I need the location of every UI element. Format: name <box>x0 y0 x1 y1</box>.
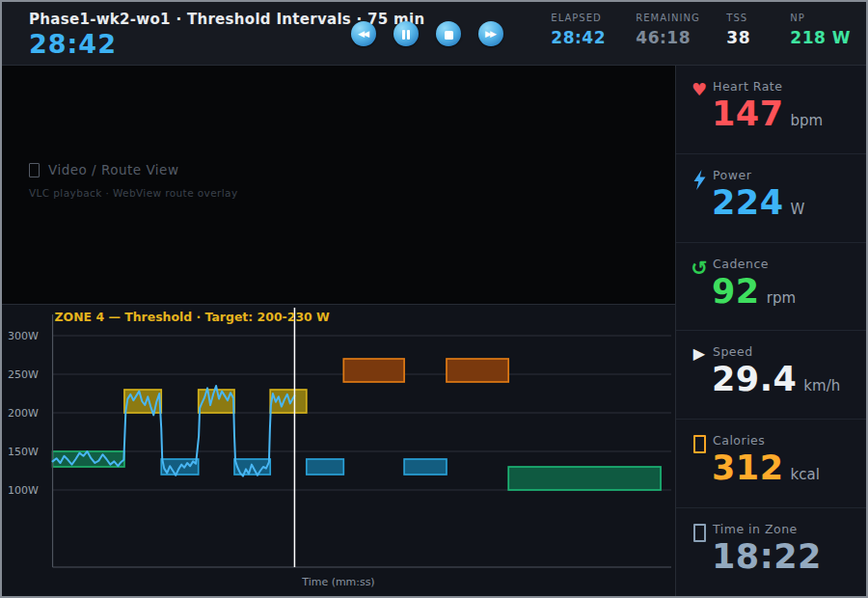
calories-icon <box>689 435 710 453</box>
chart-title: ZONE 4 — Threshold · Target: 200-230 W <box>55 310 331 324</box>
metric-value: 92 <box>712 272 760 311</box>
video-icon <box>29 163 40 177</box>
metric-unit: km/h <box>803 377 840 394</box>
metric-tile-calories: Calories312kcal <box>676 420 866 508</box>
stat-elapsed: ELAPSED28:42 <box>551 13 612 47</box>
stat-label: REMAINING <box>636 13 703 23</box>
metric-label: Calories <box>713 433 765 448</box>
main-area: Video / Route View VLC playback · WebVie… <box>2 66 866 596</box>
cadence-icon: ↺ <box>689 258 710 279</box>
trainer-app-window: Phase1-wk2-wo1 · Threshold Intervals · 7… <box>0 0 868 598</box>
x-axis-label: Time (mm:ss) <box>301 576 374 588</box>
ytick-label: 200W <box>8 407 39 420</box>
metric-tile-speed: ▶Speed29.4km/h <box>676 331 866 420</box>
topbar-stats: ELAPSED28:42REMAINING46:18TSS38NP218 W <box>551 13 851 47</box>
metric-label: Heart Rate <box>713 79 782 94</box>
top-bar: Phase1-wk2-wo1 · Threshold Intervals · 7… <box>2 2 866 66</box>
metric-unit: kcal <box>791 466 820 483</box>
rewind-button[interactable]: ◀◀ <box>351 21 376 46</box>
video-placeholder-subtitle: VLC playback · WebView route overlay <box>29 187 238 199</box>
stat-value: 28:42 <box>551 28 612 47</box>
time-in-zone-icon <box>689 524 710 542</box>
stat-label: NP <box>790 13 851 23</box>
elapsed-time-large: 28:42 <box>29 29 117 59</box>
metric-unit: rpm <box>767 289 796 307</box>
zone-segment-recovery-4 <box>404 459 447 475</box>
metric-value: 29.4 <box>712 360 797 398</box>
metric-tile-heart-rate: ♥Heart Rate147bpm <box>676 66 866 154</box>
stat-label: TSS <box>726 13 767 23</box>
workout-chart-panel: 300W250W200W150W100WZONE 4 — Threshold ·… <box>2 305 675 596</box>
stat-value: 46:18 <box>636 28 703 47</box>
heart-icon: ♥ <box>689 81 710 98</box>
metric-tile-time-in-zone: Time in Zone18:22 <box>676 508 866 596</box>
metric-value: 224 <box>712 183 784 222</box>
metric-label: Speed <box>713 344 753 359</box>
video-route-panel: Video / Route View VLC playback · WebVie… <box>2 66 675 305</box>
ytick-label: 300W <box>8 330 39 342</box>
stat-value: 218 W <box>790 28 851 47</box>
zone-segment-vo2-2 <box>447 359 508 382</box>
metric-tile-cadence: ↺Cadence92rpm <box>676 243 866 332</box>
metric-label: Time in Zone <box>713 522 798 536</box>
pause-icon <box>401 25 411 43</box>
stat-remaining: REMAINING46:18 <box>636 13 703 47</box>
metric-value: 18:22 <box>712 537 822 576</box>
metric-value: 312 <box>712 448 784 487</box>
ytick-label: 100W <box>8 484 39 497</box>
workout-chart: 300W250W200W150W100WZONE 4 — Threshold ·… <box>2 305 675 596</box>
metric-label: Cadence <box>713 257 769 271</box>
metric-label: Power <box>713 168 751 182</box>
stat-value: 38 <box>726 28 767 47</box>
ytick-label: 150W <box>8 446 39 458</box>
metric-value-row: 312kcal <box>712 448 820 487</box>
left-column: Video / Route View VLC playback · WebVie… <box>2 66 675 596</box>
metric-value-row: 147bpm <box>712 95 823 133</box>
metrics-sidebar: ♥Heart Rate147bpmPower224W↺Cadence92rpm▶… <box>675 66 866 596</box>
metric-value-row: 18:22 <box>712 537 822 576</box>
metric-unit: bpm <box>791 112 824 129</box>
metric-value-row: 224W <box>712 183 804 222</box>
power-bolt-icon <box>689 170 710 190</box>
ytick-label: 250W <box>8 368 39 381</box>
transport-controls: ◀◀▶▶ <box>351 21 503 46</box>
stop-icon <box>445 25 453 43</box>
pause-button[interactable] <box>393 21 419 46</box>
metric-tile-power: Power224W <box>676 154 866 243</box>
stat-label: ELAPSED <box>551 13 612 23</box>
fast-forward-button[interactable]: ▶▶ <box>478 21 503 46</box>
metric-value: 147 <box>712 95 784 133</box>
zone-segment-recovery-3 <box>307 459 343 475</box>
video-title-text: Video / Route View <box>48 162 178 177</box>
rewind-icon: ◀◀ <box>358 30 369 39</box>
zone-segment-vo2-1 <box>343 359 404 382</box>
stat-tss: TSS38 <box>726 13 767 47</box>
stat-np: NP218 W <box>790 13 851 47</box>
video-placeholder-title: Video / Route View <box>29 162 178 177</box>
metric-unit: W <box>791 201 805 218</box>
fast-forward-icon: ▶▶ <box>485 30 497 39</box>
stop-button[interactable] <box>436 21 461 46</box>
metric-value-row: 29.4km/h <box>712 360 840 398</box>
speed-icon: ▶ <box>689 346 710 362</box>
metric-value-row: 92rpm <box>712 272 796 311</box>
zone-segment-cooldown <box>508 467 661 490</box>
